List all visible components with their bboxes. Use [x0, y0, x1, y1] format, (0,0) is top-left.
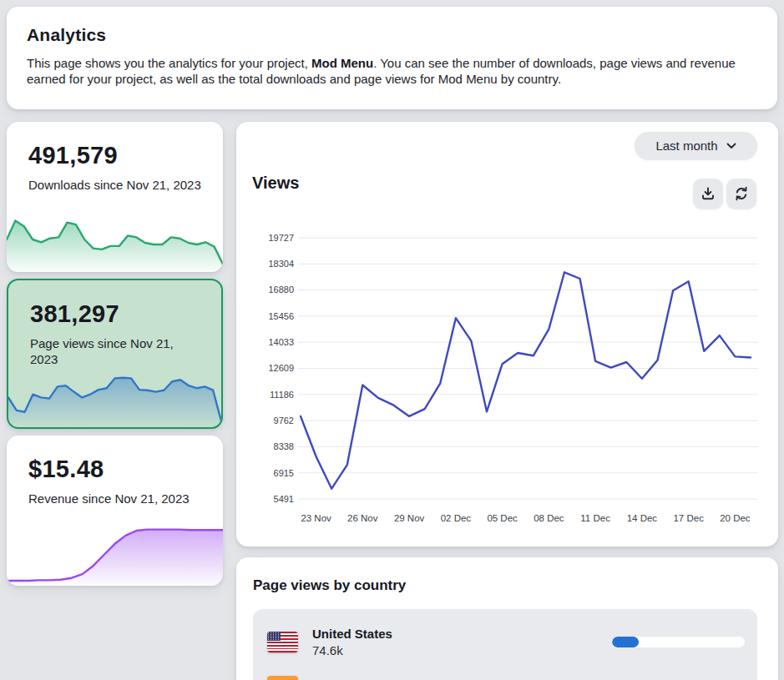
downloads-sparkline: [7, 210, 223, 272]
svg-text:5491: 5491: [274, 494, 294, 504]
svg-text:17 Dec: 17 Dec: [673, 513, 704, 523]
downloads-total: 491,579: [28, 142, 118, 169]
svg-text:8338: 8338: [274, 441, 294, 451]
stat-card-pageviews-selected[interactable]: 381,297 Page views since Nov 21, 2023: [7, 279, 223, 429]
download-icon: [700, 185, 716, 202]
svg-text:02 Dec: 02 Dec: [441, 513, 472, 523]
pageviews-sparkline: [8, 369, 221, 427]
india-flag-icon: [267, 676, 298, 680]
revenue-label: Revenue since Nov 21, 2023: [28, 491, 202, 506]
svg-text:12609: 12609: [268, 363, 294, 373]
svg-text:26 Nov: 26 Nov: [347, 513, 378, 523]
svg-text:11 Dec: 11 Dec: [580, 513, 610, 523]
page-title: Analytics: [27, 25, 757, 45]
revenue-sparkline: [7, 524, 223, 586]
stat-card-revenue[interactable]: $15.48 Revenue since Nov 21, 2023: [7, 436, 223, 586]
country-row-india: India: [253, 664, 757, 680]
svg-text:9762: 9762: [274, 416, 294, 426]
project-name: Mod Menu: [311, 56, 373, 70]
refresh-button[interactable]: [726, 179, 756, 209]
svg-text:19727: 19727: [268, 233, 294, 243]
views-chart-card: 5491691583389762111861260914033154561688…: [236, 122, 778, 547]
svg-text:11186: 11186: [270, 390, 294, 400]
country-progress-fill: [612, 637, 639, 647]
country-row-united-states: United States 74.6k: [253, 620, 757, 664]
country-panel-title: Page views by country: [253, 577, 406, 594]
svg-text:15456: 15456: [268, 311, 294, 321]
analytics-header-card: Analytics This page shows you the analyt…: [7, 7, 777, 109]
us-flag-icon: [267, 632, 298, 652]
country-progress-track: [612, 637, 745, 647]
svg-text:08 Dec: 08 Dec: [534, 513, 564, 523]
download-csv-button[interactable]: [693, 179, 723, 209]
svg-text:20 Dec: 20 Dec: [720, 513, 751, 523]
stat-card-downloads[interactable]: 491,579 Downloads since Nov 21, 2023: [7, 122, 223, 272]
svg-text:6915: 6915: [274, 468, 294, 478]
revenue-total: $15.48: [28, 456, 104, 483]
country-name: United States: [312, 627, 392, 641]
svg-text:14033: 14033: [268, 337, 294, 347]
refresh-icon: [733, 185, 750, 202]
chevron-down-icon: [726, 143, 736, 149]
svg-text:18304: 18304: [268, 259, 294, 269]
svg-text:23 Nov: 23 Nov: [301, 513, 331, 523]
svg-text:14 Dec: 14 Dec: [627, 513, 658, 523]
time-range-dropdown[interactable]: Last month: [635, 132, 757, 159]
svg-text:29 Nov: 29 Nov: [394, 513, 425, 523]
page-description: This page shows you the analytics for yo…: [27, 55, 757, 87]
country-value: 74.6k: [312, 643, 392, 657]
country-panel-card: Page views by country United States 74.6…: [236, 557, 778, 680]
views-title: Views: [252, 174, 299, 193]
svg-text:05 Dec: 05 Dec: [487, 513, 518, 523]
downloads-label: Downloads since Nov 21, 2023: [28, 177, 202, 193]
svg-text:16880: 16880: [268, 285, 294, 295]
pageviews-total: 381,297: [30, 300, 119, 328]
pageviews-label: Page views since Nov 21, 2023: [30, 335, 204, 367]
time-range-label: Last month: [655, 139, 717, 153]
country-list: United States 74.6k India: [253, 609, 757, 680]
